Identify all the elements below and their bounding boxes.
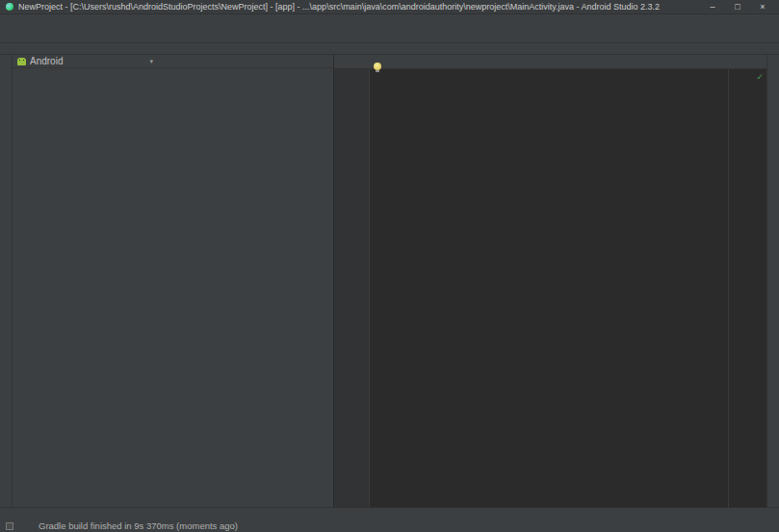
- chevron-down-icon[interactable]: ▾: [149, 58, 153, 65]
- project-view-selector[interactable]: Android: [17, 56, 63, 66]
- editor-area: ✓: [334, 55, 766, 507]
- android-studio-window: NewProject - [C:\Users\rushd\AndroidStud…: [0, 0, 779, 532]
- window-title: NewProject - [C:\Users\rushd\AndroidStud…: [18, 2, 700, 12]
- main-toolbar: [0, 27, 779, 43]
- status-message: Gradle build finished in 9s 370ms (momen…: [39, 520, 238, 531]
- right-margin-guide: [728, 69, 729, 507]
- editor-gutter: [334, 69, 370, 507]
- project-view-selector-label: Android: [30, 56, 63, 66]
- project-tree: [13, 68, 333, 507]
- inspections-ok-icon[interactable]: ✓: [757, 71, 763, 82]
- right-tool-strip: [766, 55, 779, 507]
- intention-bulb-icon[interactable]: [374, 63, 381, 70]
- status-bar: Gradle build finished in 9s 370ms (momen…: [0, 519, 779, 532]
- menu-bar: [0, 14, 779, 27]
- tool-window-bar: [0, 507, 779, 519]
- close-button[interactable]: ×: [750, 0, 775, 13]
- main-area: Android ▾ ✓: [0, 55, 779, 507]
- toolwindow-toggle-icon[interactable]: [6, 522, 13, 530]
- navigation-breadcrumbs: [0, 43, 779, 55]
- left-tool-strip: [0, 55, 13, 507]
- android-studio-logo-icon: [6, 3, 13, 11]
- title-bar: NewProject - [C:\Users\rushd\AndroidStud…: [0, 0, 779, 14]
- window-controls: – □ ×: [700, 0, 775, 13]
- maximize-button[interactable]: □: [725, 0, 750, 13]
- code-editor[interactable]: ✓: [334, 69, 766, 507]
- minimize-button[interactable]: –: [700, 0, 725, 13]
- android-icon: [17, 58, 26, 65]
- editor-tab-bar: [334, 55, 766, 69]
- project-panel-header: Android ▾: [13, 55, 333, 68]
- project-tool-window: Android ▾: [13, 55, 334, 507]
